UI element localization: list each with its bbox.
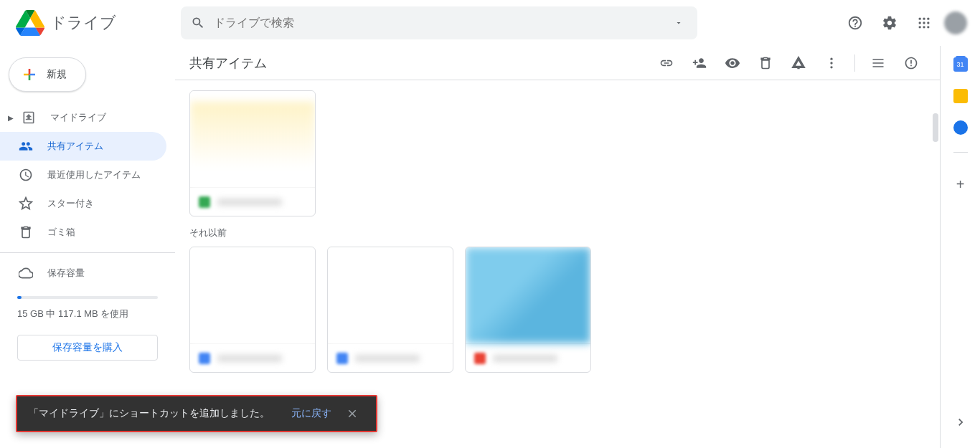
star-icon <box>19 196 33 211</box>
main-header: 共有アイテム + <box>175 46 940 80</box>
file-card[interactable] <box>189 247 316 373</box>
section-label-earlier: それ以前 <box>189 227 925 239</box>
drive-logo-icon <box>16 9 44 37</box>
search-bar[interactable] <box>181 6 697 39</box>
svg-point-8 <box>927 26 929 28</box>
file-grid-area: それ以前 <box>175 80 940 448</box>
divider <box>854 54 855 72</box>
file-name <box>217 355 282 362</box>
file-name <box>355 355 420 362</box>
svg-point-10 <box>830 57 832 59</box>
sidebar: 新規 ▶ マイドライブ 共有アイテム 最近使用したアイテム スター付き <box>0 46 175 448</box>
divider <box>953 152 968 153</box>
svg-point-3 <box>919 22 921 24</box>
file-thumbnail <box>190 247 315 343</box>
toast-message: 「マイドライブ」にショートカットを追加しました。 <box>29 407 283 420</box>
docs-icon <box>336 353 348 364</box>
get-link-icon[interactable] <box>652 49 681 77</box>
side-panel: 31 + <box>940 46 980 448</box>
sidebar-item-my-drive[interactable]: ▶ マイドライブ <box>0 103 166 132</box>
sidebar-item-label: マイドライブ <box>50 111 106 124</box>
sidebar-item-trash[interactable]: ゴミ箱 <box>0 218 166 247</box>
search-icon <box>191 16 205 30</box>
svg-point-2 <box>927 18 929 20</box>
add-person-icon[interactable] <box>685 49 714 77</box>
action-toolbar: + <box>652 49 925 77</box>
plus-icon <box>21 66 38 83</box>
sheets-icon <box>199 196 210 208</box>
account-avatar[interactable] <box>944 11 967 34</box>
logo-area[interactable]: ドライブ <box>6 9 181 37</box>
svg-point-6 <box>919 26 921 28</box>
remove-trash-icon[interactable] <box>751 49 780 77</box>
add-shortcut-icon[interactable]: + <box>784 49 813 77</box>
file-card[interactable] <box>327 247 453 373</box>
add-addon-icon[interactable]: + <box>946 170 975 199</box>
more-options-icon[interactable] <box>817 49 846 77</box>
sidebar-item-label: 最近使用したアイテム <box>47 168 141 181</box>
map-icon <box>474 353 486 364</box>
sidebar-item-recent[interactable]: 最近使用したアイテム <box>0 161 166 189</box>
svg-point-5 <box>927 22 929 24</box>
sidebar-item-label: 共有アイテム <box>47 140 103 153</box>
header-actions <box>841 9 974 37</box>
support-icon[interactable] <box>841 9 870 37</box>
app-name: ドライブ <box>50 12 116 34</box>
sidebar-item-label: 保存容量 <box>47 267 85 280</box>
view-details-icon[interactable] <box>897 49 925 77</box>
preview-eye-icon[interactable] <box>718 49 747 77</box>
file-name <box>217 199 282 206</box>
divider <box>0 252 175 253</box>
toast-close-icon[interactable] <box>340 401 364 426</box>
trash-icon <box>19 225 33 239</box>
scrollbar-thumb[interactable] <box>933 113 938 142</box>
hide-panel-chevron-icon[interactable] <box>946 408 975 437</box>
sidebar-item-shared[interactable]: 共有アイテム <box>0 132 166 161</box>
shared-icon <box>19 139 33 153</box>
new-button[interactable]: 新規 <box>9 57 86 92</box>
new-button-label: 新規 <box>47 68 67 81</box>
tasks-icon[interactable] <box>953 120 968 135</box>
storage-progress-bar <box>17 296 158 299</box>
docs-icon <box>199 353 210 364</box>
main-area: 共有アイテム + それ以前 <box>175 46 940 448</box>
sidebar-item-label: ゴミ箱 <box>47 226 75 239</box>
svg-point-11 <box>830 62 832 64</box>
file-card[interactable] <box>189 90 316 216</box>
svg-point-7 <box>923 26 925 28</box>
file-thumbnail <box>466 247 590 343</box>
keep-icon[interactable] <box>953 89 968 103</box>
svg-point-0 <box>919 18 921 20</box>
toast-undo-button[interactable]: 元に戻す <box>283 401 340 426</box>
search-options-dropdown-icon[interactable] <box>670 14 687 32</box>
list-view-icon[interactable] <box>864 49 892 77</box>
sidebar-item-storage[interactable]: 保存容量 <box>0 259 166 287</box>
apps-grid-icon[interactable] <box>910 9 938 37</box>
file-thumbnail <box>190 91 315 187</box>
file-card[interactable] <box>465 247 591 373</box>
clock-icon <box>19 168 33 182</box>
sidebar-item-starred[interactable]: スター付き <box>0 189 166 218</box>
sidebar-item-label: スター付き <box>47 197 94 210</box>
svg-text:+: + <box>801 63 804 70</box>
svg-point-4 <box>923 22 925 24</box>
page-title: 共有アイテム <box>189 54 267 72</box>
settings-gear-icon[interactable] <box>875 9 904 37</box>
toast-notification: 「マイドライブ」にショートカットを追加しました。 元に戻す <box>16 395 377 432</box>
my-drive-icon <box>22 110 36 125</box>
file-thumbnail <box>328 247 453 343</box>
calendar-icon[interactable]: 31 <box>953 57 968 72</box>
storage-text: 15 GB 中 117.1 MB を使用 <box>17 308 158 320</box>
file-name <box>493 355 557 362</box>
expand-chevron-icon[interactable]: ▶ <box>6 114 16 122</box>
svg-point-1 <box>923 18 925 20</box>
search-input[interactable] <box>214 16 670 29</box>
cloud-icon <box>19 266 33 280</box>
storage-info: 15 GB 中 117.1 MB を使用 <box>0 287 175 329</box>
buy-storage-button[interactable]: 保存容量を購入 <box>17 335 158 361</box>
svg-point-12 <box>830 66 832 68</box>
app-header: ドライブ <box>0 0 980 46</box>
